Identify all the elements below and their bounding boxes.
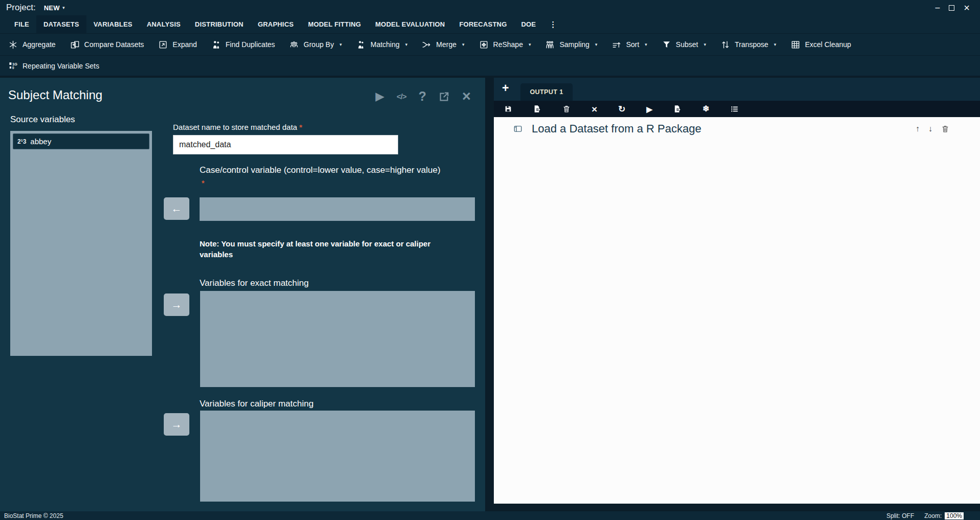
subject-matching-panel: Subject Matching ▶ </> ? × Source variab… [0, 78, 485, 511]
list-item-abbey[interactable]: 2¹3 abbey [13, 133, 149, 149]
menu-item-forecasting[interactable]: FORECASTNG [452, 15, 514, 33]
run-icon[interactable]: ▶ [646, 105, 652, 113]
aggregate-icon [8, 40, 18, 50]
run-icon[interactable]: ▶ [375, 89, 384, 103]
case-control-field[interactable] [200, 197, 475, 221]
zoom-value[interactable]: 100% [945, 512, 964, 519]
sort-button[interactable]: Sort ▾ [612, 40, 647, 50]
assign-caliper-variables-button[interactable]: → [164, 413, 189, 436]
project-selector[interactable]: NEW [44, 4, 60, 12]
group-by-icon [289, 40, 299, 50]
delete-icon[interactable] [562, 105, 571, 113]
source-variables-list[interactable]: 2¹3 abbey [10, 131, 152, 356]
compare-datasets-button[interactable]: Compare Datasets [70, 40, 144, 50]
outline-list-icon[interactable] [730, 105, 738, 113]
left-arrow-icon: ← [171, 202, 182, 215]
compare-datasets-icon [70, 40, 80, 50]
aggregate-button[interactable]: Aggregate [8, 40, 56, 50]
caret-down-icon: ▾ [595, 42, 598, 47]
caret-down-icon: ▾ [645, 42, 647, 47]
reshape-icon [479, 40, 489, 50]
right-arrow-icon: → [171, 418, 182, 431]
exact-matching-label: Variables for exact matching [200, 278, 309, 288]
help-icon[interactable]: ? [419, 89, 426, 104]
matching-icon [356, 40, 366, 50]
panel-header-actions: ▶ </> ? × [375, 89, 471, 104]
merge-icon [422, 40, 431, 50]
output-toolbar: × ↻ ▶ ❄ [494, 101, 980, 117]
move-up-icon[interactable]: ↑ [916, 124, 920, 133]
caliper-matching-label: Variables for caliper matching [200, 399, 314, 409]
close-icon[interactable]: × [462, 91, 471, 102]
menu-item-file[interactable]: FILE [7, 15, 36, 33]
output-block-actions: ↑ ↓ [916, 124, 949, 133]
output-block-title: Load a Dataset from a R Package [532, 122, 701, 135]
menu-item-doe[interactable]: DOE [514, 15, 543, 33]
matching-button[interactable]: Matching ▾ [356, 40, 407, 50]
workspace: Subject Matching ▶ </> ? × Source variab… [0, 76, 980, 511]
window-controls: – × [935, 3, 970, 13]
excel-cleanup-button[interactable]: Excel Cleanup [791, 40, 851, 50]
close-icon[interactable]: × [592, 104, 597, 114]
reshape-button[interactable]: ReShape ▾ [479, 40, 531, 50]
transpose-icon [721, 40, 730, 50]
code-icon[interactable]: </> [397, 92, 406, 101]
kebab-menu-icon[interactable]: ⋮ [543, 15, 563, 33]
maximize-icon[interactable] [949, 5, 954, 11]
dataset-name-input[interactable] [173, 135, 398, 154]
save-icon[interactable] [504, 105, 512, 113]
menu-item-distribution[interactable]: DISTRIBUTION [188, 15, 251, 33]
repeating-variable-sets-button[interactable]: 1G0 Repeating Variable Sets [8, 61, 99, 71]
caret-down-icon: ▾ [529, 42, 531, 47]
add-tab-button[interactable]: + [502, 81, 509, 95]
project-label: Project: [6, 3, 36, 13]
freeze-icon[interactable]: ❄ [703, 105, 709, 113]
caret-down-icon[interactable]: ▾ [62, 5, 65, 10]
merge-button[interactable]: Merge ▾ [422, 40, 464, 50]
menu-item-model-fitting[interactable]: MODEL FITTING [301, 15, 368, 33]
app-copyright: BioStat Prime © 2025 [4, 512, 63, 519]
menu-item-model-evaluation[interactable]: MODEL EVALUATION [368, 15, 452, 33]
group-by-button[interactable]: Group By ▾ [289, 40, 342, 50]
caret-down-icon: ▾ [704, 42, 706, 47]
close-icon[interactable]: × [964, 3, 970, 13]
collapse-block-icon[interactable] [513, 124, 522, 133]
note-text: Note: You must specify at least one vari… [200, 238, 460, 260]
svg-text:0: 0 [12, 66, 14, 70]
dataset-name-label: Dataset name to store matched data* [173, 123, 302, 131]
sampling-button[interactable]: Sampling ▾ [545, 40, 597, 50]
expand-button[interactable]: Expand [158, 40, 197, 50]
delete-icon[interactable] [941, 125, 949, 133]
caret-down-icon: ▾ [339, 42, 342, 47]
menu-item-datasets[interactable]: DATASETS [36, 15, 86, 33]
assign-exact-variables-button[interactable]: → [164, 293, 189, 316]
source-variables-label: Source variables [10, 115, 75, 125]
sort-icon [612, 40, 621, 50]
find-duplicates-button[interactable]: Find Duplicates [211, 40, 275, 50]
subset-icon [662, 40, 671, 50]
subset-button[interactable]: Subset ▾ [662, 40, 706, 50]
secondary-toolbar: 1G0 Repeating Variable Sets [0, 55, 980, 76]
menu-item-analysis[interactable]: ANALYSIS [140, 15, 188, 33]
case-control-label: Case/control variable (control=lower val… [200, 165, 480, 175]
export-icon[interactable] [533, 105, 541, 113]
menu-item-graphics[interactable]: GRAPHICS [251, 15, 301, 33]
export-report-icon[interactable] [673, 105, 682, 113]
exact-matching-list[interactable] [200, 291, 475, 387]
open-external-icon[interactable] [439, 91, 450, 102]
panel-title: Subject Matching [8, 88, 102, 102]
tab-output-1[interactable]: OUTPUT 1 [520, 83, 573, 101]
minimize-icon[interactable]: – [935, 4, 940, 12]
find-duplicates-icon [211, 40, 221, 50]
variable-name: abbey [30, 137, 51, 146]
split-status[interactable]: Split: OFF [886, 512, 914, 519]
required-marker: * [202, 179, 204, 187]
move-down-icon[interactable]: ↓ [928, 124, 932, 133]
main-menu: FILE DATASETS VARIABLES ANALYSIS DISTRIB… [0, 15, 980, 33]
caliper-matching-list[interactable] [200, 411, 475, 502]
refresh-icon[interactable]: ↻ [618, 105, 625, 114]
assign-case-control-button[interactable]: ← [164, 197, 189, 220]
menu-item-variables[interactable]: VARIABLES [86, 15, 140, 33]
transpose-button[interactable]: Transpose ▾ [721, 40, 776, 50]
expand-icon [158, 40, 168, 50]
